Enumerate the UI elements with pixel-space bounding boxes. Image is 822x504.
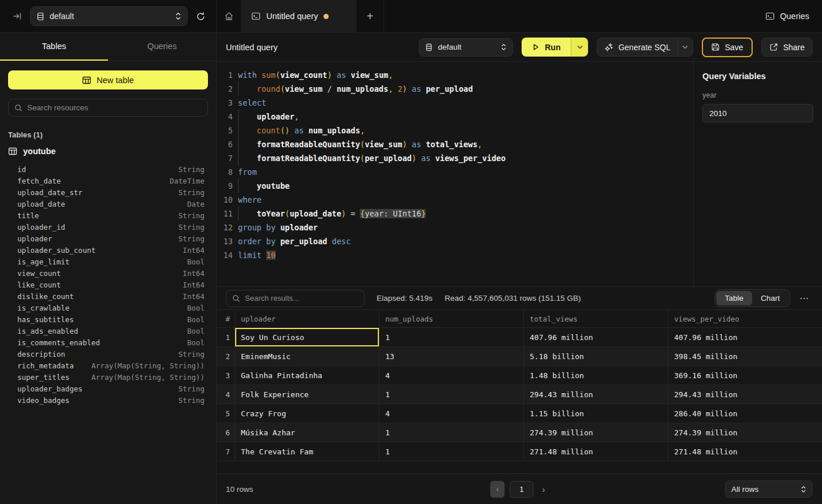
table-cell[interactable]: 1 bbox=[380, 385, 524, 404]
table-cell[interactable]: EminemMusic bbox=[235, 347, 380, 365]
editor-line[interactable]: 8from bbox=[217, 165, 693, 179]
results-search-input[interactable] bbox=[245, 294, 358, 303]
table-cell[interactable]: Folk Experience bbox=[235, 385, 380, 404]
column-row[interactable]: uploader_idString bbox=[0, 221, 216, 233]
share-button[interactable]: Share bbox=[761, 38, 813, 57]
editor-line[interactable]: 4 uploader, bbox=[217, 110, 693, 124]
table-cell[interactable]: 286.40 million bbox=[668, 404, 822, 423]
table-cell[interactable]: Galinha Pintadinha bbox=[235, 366, 380, 384]
column-row[interactable]: idString bbox=[0, 163, 216, 175]
table-cell[interactable]: 1.48 billion bbox=[524, 366, 668, 384]
column-row[interactable]: video_badgesString bbox=[0, 394, 216, 406]
view-tab-table[interactable]: Table bbox=[716, 291, 752, 305]
column-row[interactable]: super_titlesArray(Map(String, String)) bbox=[0, 371, 216, 383]
editor-line[interactable]: 2 round(view_sum / num_uploads, 2) as pe… bbox=[217, 82, 693, 96]
run-button[interactable]: Run bbox=[522, 38, 571, 57]
queries-button[interactable]: Queries bbox=[765, 12, 809, 21]
view-tab-chart[interactable]: Chart bbox=[752, 291, 788, 305]
next-page-button[interactable]: › bbox=[539, 483, 549, 495]
collapse-sidebar-button[interactable] bbox=[10, 9, 24, 23]
selected-table-cell[interactable]: Soy Un Curioso bbox=[235, 328, 380, 346]
table-cell[interactable]: 271.48 million bbox=[668, 442, 822, 461]
column-row[interactable]: uploaderString bbox=[0, 233, 216, 244]
variable-year-input[interactable] bbox=[702, 104, 813, 122]
editor-line[interactable]: 5 count() as num_uploads, bbox=[217, 124, 693, 137]
sql-editor[interactable]: 1with sum(view_count) as view_sum,2 roun… bbox=[217, 62, 693, 286]
query-database-selector[interactable]: default bbox=[419, 38, 513, 57]
column-header-uploader[interactable]: uploader bbox=[235, 310, 380, 327]
column-row[interactable]: rich_metadataArray(Map(String, String)) bbox=[0, 360, 216, 371]
table-cell[interactable]: 271.48 million bbox=[524, 442, 668, 461]
column-name: uploader_id bbox=[17, 223, 65, 232]
column-row[interactable]: like_countInt64 bbox=[0, 279, 216, 290]
database-selector[interactable]: default bbox=[30, 6, 188, 26]
editor-line[interactable]: 3select bbox=[217, 96, 693, 110]
table-cell[interactable]: 274.39 million bbox=[524, 423, 668, 442]
column-header-total-views[interactable]: total_views bbox=[524, 310, 668, 327]
table-cell[interactable]: The Crevatin Fam bbox=[235, 442, 380, 461]
sidebar-search[interactable] bbox=[8, 99, 208, 117]
column-row[interactable]: is_age_limitBool bbox=[0, 256, 216, 267]
editor-line[interactable]: 13order by per_upload desc bbox=[217, 234, 693, 248]
sidebar-tab-tables[interactable]: Tables bbox=[0, 33, 108, 61]
sidebar-table-youtube[interactable]: youtube bbox=[8, 147, 208, 156]
column-header-views-per-video[interactable]: views_per_video bbox=[668, 310, 822, 327]
home-button[interactable] bbox=[217, 0, 241, 32]
column-header-index[interactable]: # bbox=[217, 310, 235, 327]
column-row[interactable]: upload_dateDate bbox=[0, 198, 216, 210]
table-cell[interactable]: 1.15 billion bbox=[524, 404, 668, 423]
results-search[interactable] bbox=[226, 290, 364, 307]
column-row[interactable]: has_subtitlesBool bbox=[0, 313, 216, 325]
column-row[interactable]: dislike_countInt64 bbox=[0, 290, 216, 302]
column-row[interactable]: uploader_sub_countInt64 bbox=[0, 244, 216, 256]
sidebar-search-input[interactable] bbox=[27, 103, 202, 112]
page-size-selector[interactable]: All rows bbox=[725, 480, 813, 498]
table-cell[interactable]: 13 bbox=[380, 347, 524, 365]
previous-page-button[interactable]: ‹ bbox=[490, 481, 505, 498]
column-row[interactable]: is_crawlableBool bbox=[0, 302, 216, 313]
generate-sql-options-button[interactable] bbox=[678, 38, 693, 56]
save-button[interactable]: Save bbox=[702, 38, 753, 57]
results-menu-button[interactable]: ⋯ bbox=[796, 290, 813, 306]
editor-line[interactable]: 7 formatReadableQuantity(per_upload) as … bbox=[217, 151, 693, 165]
editor-line[interactable]: 10where bbox=[217, 193, 693, 207]
column-header-num-uploads[interactable]: num_uploads bbox=[380, 310, 524, 327]
editor-line[interactable]: 6 formatReadableQuantity(view_sum) as to… bbox=[217, 137, 693, 151]
refresh-button[interactable] bbox=[194, 9, 208, 24]
editor-line[interactable]: 9 youtube bbox=[217, 179, 693, 193]
run-options-button[interactable] bbox=[571, 38, 588, 57]
table-cell[interactable]: Músika Azhar bbox=[235, 423, 380, 442]
column-row[interactable]: uploader_badgesString bbox=[0, 383, 216, 394]
column-row[interactable]: is_comments_enabledBool bbox=[0, 337, 216, 348]
column-row[interactable]: is_ads_enabledBool bbox=[0, 325, 216, 337]
table-cell[interactable]: 4 bbox=[380, 366, 524, 384]
column-row[interactable]: titleString bbox=[0, 210, 216, 221]
generate-sql-button[interactable]: Generate SQL bbox=[597, 43, 677, 52]
editor-line[interactable]: 12group by uploader bbox=[217, 221, 693, 234]
editor-line[interactable]: 1with sum(view_count) as view_sum, bbox=[217, 68, 693, 82]
table-cell[interactable]: Crazy Frog bbox=[235, 404, 380, 423]
table-cell[interactable]: 274.39 million bbox=[668, 423, 822, 442]
editor-line[interactable]: 11 toYear(upload_date) = {year: UInt16} bbox=[217, 207, 693, 221]
sidebar-tab-queries[interactable]: Queries bbox=[108, 33, 216, 61]
table-cell[interactable]: 407.96 million bbox=[668, 328, 822, 346]
new-table-button[interactable]: New table bbox=[8, 70, 208, 89]
table-cell[interactable]: 1 bbox=[380, 328, 524, 346]
column-row[interactable]: fetch_dateDateTime bbox=[0, 175, 216, 186]
tab-untitled-query[interactable]: Untitled query bbox=[241, 0, 356, 32]
new-tab-button[interactable]: + bbox=[356, 0, 384, 32]
table-cell[interactable]: 4 bbox=[380, 404, 524, 423]
column-row[interactable]: view_countInt64 bbox=[0, 267, 216, 279]
table-cell[interactable]: 294.43 million bbox=[668, 385, 822, 404]
page-number-input[interactable] bbox=[510, 481, 534, 498]
table-cell[interactable]: 5.18 billion bbox=[524, 347, 668, 365]
column-row[interactable]: upload_date_strString bbox=[0, 186, 216, 198]
table-cell[interactable]: 294.43 million bbox=[524, 385, 668, 404]
editor-line[interactable]: 14limit 10 bbox=[217, 248, 693, 262]
table-cell[interactable]: 1 bbox=[380, 423, 524, 442]
table-cell[interactable]: 407.96 million bbox=[524, 328, 668, 346]
table-cell[interactable]: 369.16 million bbox=[668, 366, 822, 384]
table-cell[interactable]: 398.45 million bbox=[668, 347, 822, 365]
table-cell[interactable]: 1 bbox=[380, 442, 524, 461]
column-row[interactable]: descriptionString bbox=[0, 348, 216, 360]
